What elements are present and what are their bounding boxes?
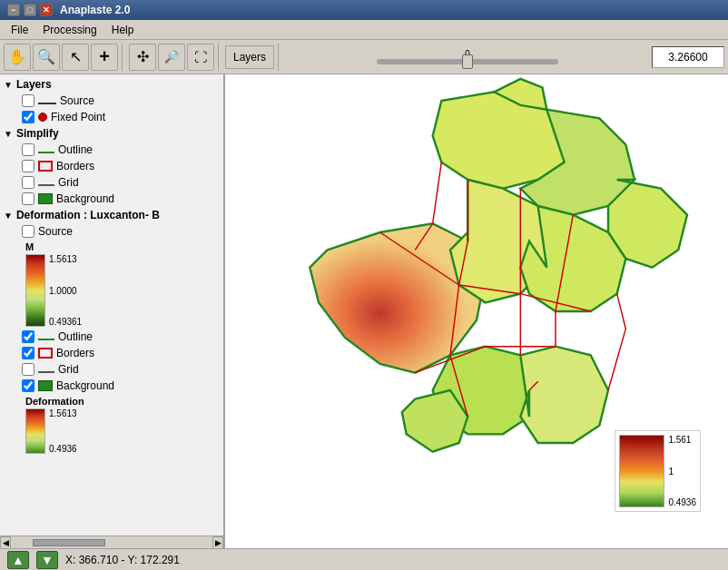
layer-source-checkbox[interactable]: [22, 94, 34, 107]
move-up-button[interactable]: ▲: [7, 551, 29, 569]
deform-grid-line-icon: [38, 371, 54, 373]
legend-max-label: 1.561: [668, 435, 696, 445]
legend-gradient-col: [619, 435, 664, 507]
layer-borders-checkbox[interactable]: [22, 160, 34, 172]
map-legend: 1.561 1 0.4936: [615, 430, 701, 512]
deformation-section-label: Deformation : Luxcanton- B: [16, 209, 160, 221]
layer-outline-label: Outline: [58, 143, 93, 156]
layer-deform-background[interactable]: Background: [0, 378, 223, 394]
layer-grid-checkbox[interactable]: [22, 176, 34, 189]
layer-background-checkbox[interactable]: [22, 192, 34, 205]
layer-deform-outline-checkbox[interactable]: [22, 330, 34, 343]
simplify-section-header[interactable]: ▼ Simplify: [0, 125, 223, 142]
layer-borders[interactable]: Borders: [0, 158, 223, 174]
y-label: Y:: [128, 554, 138, 566]
legend-min-label: 0.4936: [668, 497, 696, 507]
toolbar: ✋ 🔍 ↖ + ✣ 🔎 ⛶ Layers 0: [0, 40, 728, 74]
minimize-button[interactable]: −: [7, 4, 20, 16]
close-button[interactable]: ✕: [40, 4, 53, 16]
grid-line-icon: [38, 184, 54, 186]
colorbar2-container: Deformation 1.5613 0.4936: [0, 394, 223, 456]
simplify-section-label: Simplify: [16, 127, 59, 140]
layer-source[interactable]: Source: [0, 93, 223, 109]
hand-tool-button[interactable]: ✋: [4, 44, 31, 71]
move-down-button[interactable]: ▼: [36, 551, 58, 569]
legend-labels: 1.561 1 0.4936: [664, 435, 696, 507]
menu-file[interactable]: File: [4, 22, 35, 38]
deformation-section-header[interactable]: ▼ Deformation : Luxcanton- B: [0, 207, 223, 223]
sidebar-scroll[interactable]: ▼ Layers Source Fixed Point ▼ Simplify: [0, 74, 223, 536]
layer-deform-outline[interactable]: Outline: [0, 329, 223, 345]
layers-label[interactable]: Layers: [225, 45, 274, 69]
layer-deformation-source-label: Source: [38, 225, 73, 238]
coord-separator: -: [121, 554, 127, 566]
layer-outline[interactable]: Outline: [0, 142, 223, 158]
main-slider[interactable]: [377, 59, 558, 64]
source-line-icon: [38, 103, 56, 104]
menu-processing[interactable]: Processing: [35, 22, 103, 38]
zoom-out-button[interactable]: 🔎: [158, 44, 185, 71]
deform-borders-box-icon: [38, 348, 53, 359]
layer-deform-borders[interactable]: Borders: [0, 345, 223, 361]
colorbar-max: 1.5613: [49, 254, 82, 264]
layer-outline-checkbox[interactable]: [22, 143, 34, 156]
layer-grid[interactable]: Grid: [0, 174, 223, 191]
colorbar-gradient: [25, 254, 45, 327]
layer-deform-grid-checkbox[interactable]: [22, 363, 34, 376]
main-area: ▼ Layers Source Fixed Point ▼ Simplify: [0, 74, 728, 548]
slider-thumb[interactable]: [462, 54, 473, 69]
window-controls[interactable]: − □ ✕: [7, 4, 53, 16]
simplify-arrow-icon: ▼: [4, 129, 13, 139]
layer-deform-borders-checkbox[interactable]: [22, 347, 34, 359]
layer-deformation-source-checkbox[interactable]: [22, 225, 34, 238]
maximize-button[interactable]: □: [24, 4, 36, 16]
map-area[interactable]: 1.561 1 0.4936: [225, 74, 728, 548]
rotate-button[interactable]: ✣: [129, 44, 156, 71]
app-title: Anaplaste 2.0: [60, 4, 130, 16]
y-value: 172.291: [141, 554, 180, 566]
layer-borders-label: Borders: [56, 160, 94, 172]
colorbar-min: 0.49361: [49, 317, 82, 327]
add-button[interactable]: +: [91, 44, 118, 71]
layer-deformation-source[interactable]: Source: [0, 223, 223, 240]
colorbar2-label: Deformation: [25, 396, 216, 407]
borders-box-icon: [38, 161, 53, 172]
layers-section-header[interactable]: ▼ Layers: [0, 76, 223, 93]
sidebar-hscrollbar[interactable]: ◀ ▶: [0, 536, 223, 548]
colorbar-label: M: [25, 241, 216, 252]
hscroll-thumb[interactable]: [33, 539, 105, 546]
hscroll-left-btn[interactable]: ◀: [0, 536, 11, 549]
layer-background-label: Background: [56, 192, 114, 205]
layer-fixed-point[interactable]: Fixed Point: [0, 109, 223, 125]
layers-arrow-icon: ▼: [4, 80, 13, 90]
layer-deform-grid[interactable]: Grid: [0, 361, 223, 378]
colorbar2-min: 0.4936: [49, 444, 77, 454]
outline-line-icon: [38, 152, 54, 153]
layer-deform-background-checkbox[interactable]: [22, 379, 34, 392]
fullscreen-button[interactable]: ⛶: [187, 44, 214, 71]
hscroll-right-btn[interactable]: ▶: [212, 536, 223, 549]
hscroll-track: [24, 539, 200, 546]
colorbar2-ticks: 1.5613 0.4936: [45, 408, 77, 454]
layer-deform-grid-label: Grid: [58, 363, 79, 376]
layer-deform-borders-label: Borders: [56, 347, 94, 359]
colorbar-container: M 1.5613 1.0000 0.49361: [0, 240, 223, 329]
layer-background[interactable]: Background: [0, 191, 223, 207]
zoom-in-button[interactable]: 🔍: [33, 44, 60, 71]
layer-grid-label: Grid: [58, 176, 79, 189]
status-bar: ▲ ▼ X: 366.710 - Y: 172.291: [0, 548, 728, 570]
layer-fixed-point-checkbox[interactable]: [22, 111, 34, 123]
layer-source-label: Source: [60, 94, 94, 107]
layer-fixed-point-label: Fixed Point: [51, 111, 105, 123]
toolbar-sep-3: [278, 44, 281, 71]
select-button[interactable]: ↖: [62, 44, 89, 71]
menu-help[interactable]: Help: [104, 22, 142, 38]
legend-row: 1.561 1 0.4936: [619, 435, 696, 507]
colorbar-ticks: 1.5613 1.0000 0.49361: [45, 254, 82, 327]
status-coords: X: 366.710 - Y: 172.291: [65, 554, 180, 566]
x-label: X:: [65, 554, 75, 566]
background-box-icon: [38, 193, 53, 204]
deform-outline-line-icon: [38, 339, 54, 340]
value-input[interactable]: [652, 46, 724, 68]
colorbar2-gradient: [25, 408, 45, 454]
